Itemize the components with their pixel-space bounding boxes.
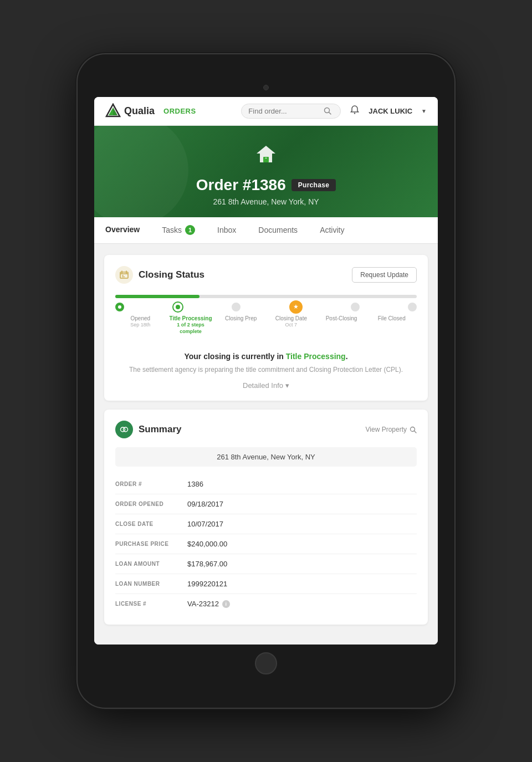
value-loan-number: 1999220121	[187, 580, 227, 588]
summary-address-bar: 261 8th Avenue, New York, NY	[115, 447, 417, 467]
qualia-logo-icon	[105, 103, 121, 119]
step-dot-file-closed	[408, 303, 417, 311]
tab-activity[interactable]: Activity	[309, 217, 355, 243]
label-order-opened: ORDER OPENED	[115, 501, 187, 507]
summary-row-loan-amount: LOAN AMOUNT $178,967.00	[115, 554, 417, 574]
step-dot-closing-date: ★	[289, 300, 303, 314]
label-closing-prep: Closing Prep	[216, 315, 266, 335]
search-input[interactable]	[248, 107, 320, 115]
closing-status-icon	[115, 266, 133, 284]
step-dot-post-closing	[351, 303, 360, 311]
nav-search-box[interactable]	[241, 104, 341, 119]
progress-track: ★ Opened Sep 18th Title	[115, 295, 417, 335]
progress-line-fill	[115, 295, 200, 298]
tablet-home-button[interactable]	[255, 652, 277, 674]
svg-rect-7	[120, 272, 128, 278]
top-nav: Qualia ORDERS JACK LUKIC ▼	[94, 97, 438, 126]
summary-title: Summary	[139, 424, 181, 435]
value-purchase-price: $240,000.00	[187, 540, 227, 548]
svg-point-15	[124, 427, 128, 432]
value-loan-amount: $178,967.00	[187, 560, 227, 568]
chevron-down-icon: ▾	[285, 381, 289, 390]
summary-icon	[115, 421, 133, 438]
svg-line-17	[415, 431, 417, 433]
logo-area: Qualia ORDERS	[105, 103, 241, 119]
summary-table: ORDER # 1386 ORDER OPENED 09/18/2017 CLO…	[115, 474, 417, 613]
step-dot-title-processing	[172, 301, 183, 313]
summary-row-license: LICENSE # VA-23212 i	[115, 594, 417, 613]
tabs-bar: Overview Tasks 1 Inbox Documents Activit…	[94, 217, 438, 244]
label-loan-amount: LOAN AMOUNT	[115, 561, 187, 567]
progress-line-bg: ★	[115, 295, 417, 298]
label-opened: Opened Sep 18th	[115, 315, 166, 335]
value-order-num: 1386	[187, 480, 203, 488]
closing-main-text: Your closing is currently in Title Proce…	[184, 352, 347, 361]
closing-status-card: Closing Status Request Update	[104, 255, 428, 401]
closing-status-text: Your closing is currently in Title Proce…	[115, 351, 417, 361]
step-dot-opened	[115, 303, 124, 311]
hero-banner: Order #1386 Purchase 261 8th Avenue, New…	[94, 126, 438, 217]
label-order-num: ORDER #	[115, 481, 187, 487]
closing-status-title: Closing Status	[139, 269, 204, 280]
nav-right: JACK LUKIC ▼	[350, 105, 427, 117]
label-loan-number: LOAN NUMBER	[115, 581, 187, 587]
summary-card: Summary View Property 261 8th Avenue, Ne…	[104, 410, 428, 625]
summary-row-order-opened: ORDER OPENED 09/18/2017	[115, 494, 417, 514]
closing-sub-description: The settlement agency is preparing the t…	[115, 365, 417, 375]
progress-labels: Opened Sep 18th Title Processing 1 of 2 …	[115, 315, 417, 335]
svg-point-5	[354, 112, 355, 114]
logo-text: Qualia	[124, 105, 155, 117]
tab-tasks[interactable]: Tasks 1	[151, 217, 206, 243]
tasks-badge: 1	[185, 225, 195, 235]
tab-documents[interactable]: Documents	[247, 217, 309, 243]
license-info-icon[interactable]: i	[222, 600, 230, 608]
value-license: VA-23212 i	[187, 600, 230, 608]
label-post-closing: Post-Closing	[316, 315, 367, 335]
closing-status-header: Closing Status Request Update	[115, 266, 417, 284]
step-dot-closing-prep	[232, 303, 241, 311]
search-small-icon	[410, 426, 417, 433]
search-icon	[324, 107, 331, 115]
request-update-button[interactable]: Request Update	[352, 267, 417, 283]
main-content: Closing Status Request Update	[94, 244, 438, 645]
summary-row-close-date: CLOSE DATE 10/07/2017	[115, 514, 417, 534]
label-closing-date: Closing Date Oct 7	[266, 315, 316, 335]
label-license: LICENSE #	[115, 601, 187, 607]
label-close-date: CLOSE DATE	[115, 521, 187, 527]
tablet-camera	[263, 85, 269, 90]
tab-inbox[interactable]: Inbox	[206, 217, 247, 243]
svg-point-13	[118, 305, 121, 309]
order-title-row: Order #1386 Purchase	[105, 176, 427, 194]
summary-title-area: Summary	[115, 421, 181, 438]
closing-status-title-area: Closing Status	[115, 266, 204, 284]
summary-row-purchase-price: PURCHASE PRICE $240,000.00	[115, 534, 417, 554]
summary-row-loan-number: LOAN NUMBER 1999220121	[115, 574, 417, 594]
progress-dots: ★	[115, 303, 417, 314]
house-icon	[105, 142, 427, 172]
svg-line-4	[329, 112, 331, 115]
detailed-info-link[interactable]: Detailed Info ▾	[115, 381, 417, 390]
tablet-screen: Qualia ORDERS JACK LUKIC ▼	[94, 97, 438, 645]
label-purchase-price: PURCHASE PRICE	[115, 541, 187, 547]
orders-label[interactable]: ORDERS	[163, 107, 196, 115]
order-address: 261 8th Avenue, New York, NY	[105, 197, 427, 206]
user-menu[interactable]: JACK LUKIC	[369, 107, 412, 115]
view-property-button[interactable]: View Property	[366, 426, 417, 433]
purchase-badge: Purchase	[291, 179, 336, 191]
value-order-opened: 09/18/2017	[187, 500, 223, 508]
summary-row-order-num: ORDER # 1386	[115, 474, 417, 494]
order-title-text: Order #1386	[196, 176, 286, 194]
user-menu-chevron[interactable]: ▼	[421, 108, 427, 114]
tablet-frame: Qualia ORDERS JACK LUKIC ▼	[78, 54, 454, 708]
label-file-closed: File Closed	[366, 315, 417, 335]
bell-icon[interactable]	[350, 105, 360, 117]
value-close-date: 10/07/2017	[187, 520, 223, 528]
label-title-processing: Title Processing 1 of 2 steps complete	[166, 315, 216, 335]
tab-overview[interactable]: Overview	[94, 217, 151, 243]
summary-card-header: Summary View Property	[115, 421, 417, 438]
